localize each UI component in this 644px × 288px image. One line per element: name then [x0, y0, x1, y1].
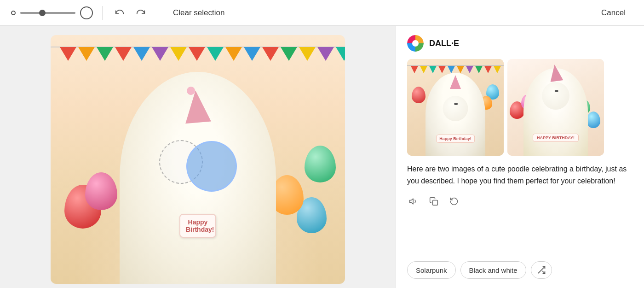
brush-slider-thumb[interactable]	[39, 10, 46, 16]
image-editor-panel: Happy Birthday!	[0, 26, 396, 288]
copy-button[interactable]	[427, 195, 440, 209]
image-container[interactable]: Happy Birthday!	[51, 35, 345, 284]
toolbar: Clear selection Cancel	[0, 0, 644, 26]
flag-blue	[133, 47, 150, 61]
img2-balloon3	[586, 112, 600, 128]
flag-red4	[262, 47, 279, 61]
flag-orange	[78, 47, 95, 61]
brush-large-indicator	[80, 6, 93, 19]
img1-face	[443, 96, 468, 121]
brush-small-indicator	[11, 11, 16, 15]
svg-rect-3	[433, 200, 438, 205]
selection-mask[interactable]	[186, 141, 237, 192]
flag-teal2	[336, 47, 345, 61]
sign-text: Happy Birthday!	[186, 218, 214, 233]
dalle-logo	[407, 35, 424, 52]
img1-balloon1	[412, 87, 426, 103]
img2-eye	[555, 90, 558, 92]
brush-size-controls	[11, 6, 93, 19]
regenerate-button[interactable]	[448, 195, 460, 209]
speaker-icon	[409, 197, 418, 206]
redo-button[interactable]	[133, 5, 149, 21]
clear-selection-label: Clear selection	[173, 8, 224, 17]
generated-images-container: Happy Birthday! HAPPY BIRTHDAY!	[407, 59, 633, 156]
main-content: Happy Birthday! DALL·E	[0, 26, 644, 288]
img1-eye	[454, 103, 458, 105]
generated-image-1[interactable]: Happy Birthday!	[407, 59, 504, 156]
chip-black-and-white[interactable]: Black and white	[460, 261, 526, 279]
redo-icon	[136, 8, 146, 18]
cancel-button[interactable]: Cancel	[594, 6, 633, 20]
flag-red	[60, 47, 76, 61]
shuffle-button[interactable]	[531, 261, 552, 279]
img2-sign: HAPPY BIRTHDAY!	[533, 134, 579, 142]
chat-header: DALL·E	[407, 35, 633, 52]
undo-icon	[115, 8, 125, 18]
suggestion-chips-container: Solarpunk Black and white	[407, 261, 633, 279]
img2-face	[542, 82, 569, 110]
chip-solarpunk-label: Solarpunk	[416, 266, 447, 274]
chip-bw-label: Black and white	[469, 266, 518, 274]
cancel-label: Cancel	[601, 8, 626, 17]
divider-1	[102, 6, 103, 20]
flag-yellow2	[299, 47, 316, 61]
copy-icon	[429, 197, 438, 206]
birthday-sign: Happy Birthday!	[179, 214, 216, 238]
flag-blue2	[244, 47, 260, 61]
chat-message-text: Here are two images of a cute poodle cel…	[407, 163, 633, 188]
party-hat	[183, 89, 211, 124]
svg-point-1	[412, 40, 419, 47]
svg-marker-2	[410, 199, 414, 204]
img1-dog	[426, 73, 485, 156]
flag-red2	[115, 47, 132, 61]
bunting-decorations	[51, 40, 345, 76]
dalle-name-label: DALL·E	[429, 39, 459, 48]
clear-selection-button[interactable]: Clear selection	[167, 6, 230, 20]
flag-red3	[189, 47, 205, 61]
flag-purple	[152, 47, 168, 61]
img1-hat	[450, 75, 461, 89]
refresh-icon	[449, 197, 459, 206]
flag-purple2	[317, 47, 334, 61]
divider-2	[158, 6, 158, 20]
dalle-logo-icon	[407, 35, 424, 52]
flag-yellow	[170, 47, 187, 61]
img2-dog	[523, 68, 588, 156]
flag-green2	[281, 47, 297, 61]
generated-image-2[interactable]: HAPPY BIRTHDAY!	[507, 59, 604, 156]
chip-solarpunk[interactable]: Solarpunk	[407, 261, 456, 279]
undo-button[interactable]	[112, 5, 127, 21]
read-aloud-button[interactable]	[407, 195, 420, 209]
brush-slider-track	[20, 12, 75, 14]
img2-hat	[548, 64, 564, 82]
shuffle-icon	[537, 265, 546, 275]
img1-sign: Happy Birthday!	[436, 135, 475, 143]
chat-panel: DALL·E	[396, 26, 644, 288]
flag-green	[97, 47, 113, 61]
flag-orange2	[225, 47, 242, 61]
flag-teal	[207, 47, 224, 61]
chat-action-buttons	[407, 195, 633, 209]
